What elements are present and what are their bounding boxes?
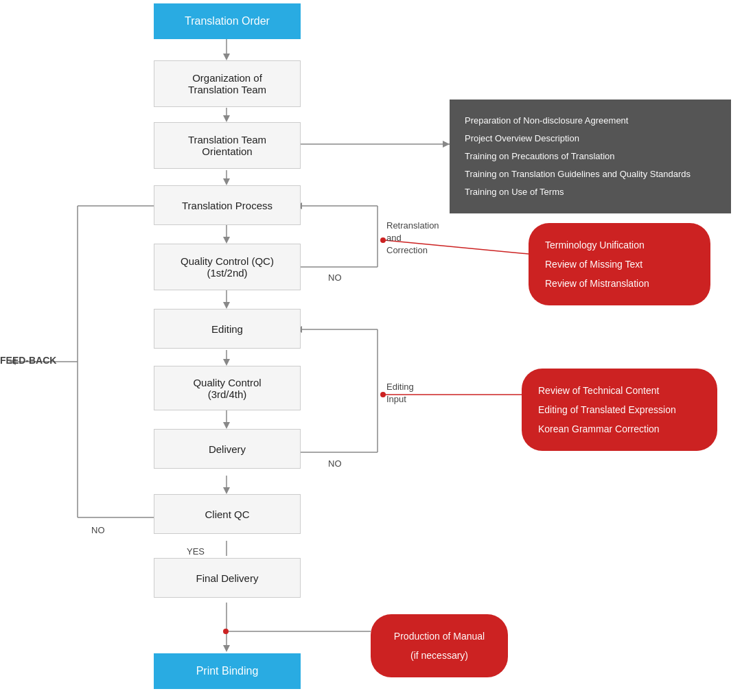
svg-marker-1	[223, 54, 230, 60]
orientation-line-5: Training on Use of Terms	[465, 183, 716, 201]
svg-marker-5	[223, 178, 230, 185]
yes-label: YES	[187, 546, 205, 557]
qc-3rd-4th-box: Quality Control (3rd/4th)	[154, 366, 301, 410]
red2-line-2: Editing of Translated Expression	[538, 400, 701, 419]
red1-line-1: Terminology Unification	[545, 235, 694, 255]
no-label-clientqc: NO	[91, 525, 105, 535]
svg-marker-15	[223, 487, 230, 494]
editing-label: Editing	[211, 323, 243, 335]
org-team-label: Organization of Translation Team	[188, 72, 266, 95]
svg-marker-11	[223, 359, 230, 366]
orientation-line-3: Training on Precautions of Translation	[465, 148, 716, 165]
svg-marker-7	[223, 237, 230, 244]
delivery-label: Delivery	[209, 443, 246, 455]
svg-marker-3	[223, 115, 230, 122]
team-orientation-label: Translation Team Orientation	[188, 134, 266, 157]
red-dot-final	[223, 629, 229, 634]
qc-1st-2nd-label: Quality Control (QC) (1st/2nd)	[181, 255, 274, 279]
orientation-line-2: Project Overview Description	[465, 130, 716, 148]
manual-production-label: Production of Manual (if necessary)	[387, 627, 491, 665]
translation-order-label: Translation Order	[185, 15, 270, 27]
translation-process-label: Translation Process	[182, 200, 273, 211]
print-binding-box: Print Binding	[154, 653, 301, 689]
red2-line-3: Korean Grammar Correction	[538, 419, 701, 439]
client-qc-box: Client QC	[154, 494, 301, 534]
no-label-qc1: NO	[328, 272, 342, 283]
red-dot-qc1	[380, 237, 386, 243]
svg-marker-18	[223, 645, 230, 652]
qc-1st-2nd-box: Quality Control (QC) (1st/2nd)	[154, 244, 301, 290]
red-dot-delivery	[380, 392, 386, 397]
final-delivery-box: Final Delivery	[154, 558, 301, 598]
red1-line-3: Review of Mistranslation	[545, 274, 694, 293]
org-team-box: Organization of Translation Team	[154, 60, 301, 107]
final-delivery-label: Final Delivery	[196, 572, 259, 584]
translation-order-box: Translation Order	[154, 3, 301, 39]
editing-input-info-box: Review of Technical Content Editing of T…	[522, 369, 717, 451]
editing-box: Editing	[154, 309, 301, 349]
feedback-label: FEED-BACK	[0, 355, 56, 366]
client-qc-label: Client QC	[205, 509, 249, 520]
delivery-box: Delivery	[154, 429, 301, 469]
retranslation-label: Retranslation and Correction	[386, 220, 439, 257]
svg-marker-20	[443, 141, 450, 148]
svg-marker-13	[223, 422, 230, 429]
retranslation-text: Retranslation and Correction	[386, 220, 439, 255]
editing-input-label: Editing Input	[386, 381, 414, 406]
svg-marker-9	[223, 302, 230, 309]
retranslation-info-box: Terminology Unification Review of Missin…	[529, 223, 710, 305]
flowchart: Translation Order Organization of Transl…	[0, 0, 742, 700]
team-orientation-box: Translation Team Orientation	[154, 122, 301, 169]
editing-input-text: Editing Input	[386, 382, 414, 404]
orientation-info-box: Preparation of Non-disclosure Agreement …	[450, 100, 731, 213]
translation-process-box: Translation Process	[154, 185, 301, 225]
red1-line-2: Review of Missing Text	[545, 255, 694, 274]
no-label-delivery: NO	[328, 458, 342, 469]
red2-line-1: Review of Technical Content	[538, 381, 701, 400]
qc-3rd-4th-label: Quality Control (3rd/4th)	[193, 377, 261, 400]
orientation-line-1: Preparation of Non-disclosure Agreement	[465, 112, 716, 130]
manual-production-box: Production of Manual (if necessary)	[371, 614, 508, 677]
orientation-line-4: Training on Translation Guidelines and Q…	[465, 165, 716, 183]
print-binding-label: Print Binding	[196, 665, 259, 677]
